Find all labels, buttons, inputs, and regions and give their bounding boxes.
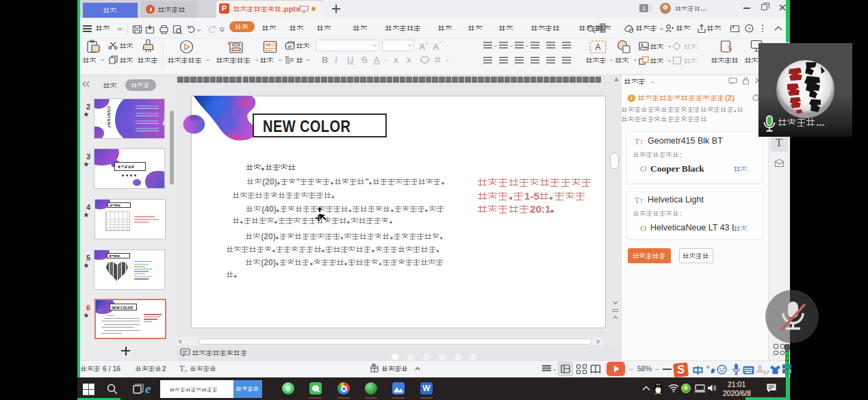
svg-text:A: A <box>595 42 600 52</box>
svg-text:?: ? <box>748 26 751 32</box>
svg-text:17: 17 <box>763 369 769 375</box>
